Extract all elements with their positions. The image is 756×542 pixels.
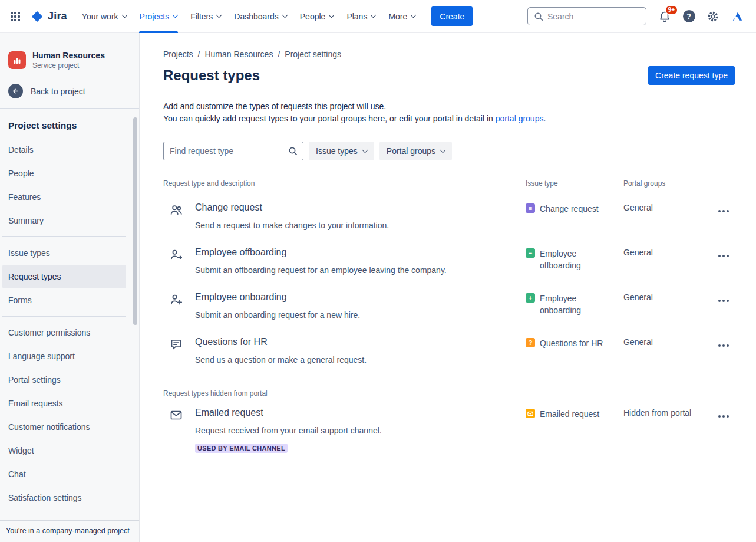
more-actions-button[interactable]	[715, 204, 732, 218]
offboarding-issue-icon: −	[526, 248, 535, 258]
request-type-name-link[interactable]: Employee offboarding	[195, 247, 447, 258]
breadcrumb-project-settings[interactable]: Project settings	[285, 50, 341, 59]
bar-chart-icon	[12, 55, 22, 65]
portal-group-cell: General	[623, 336, 705, 366]
sidebar-item-summary[interactable]: Summary	[2, 209, 126, 232]
portal-groups-filter-dropdown[interactable]: Portal groups	[379, 142, 452, 160]
issue-type-cell: ≡ Change request	[526, 202, 623, 231]
request-type-description: Submit an onboarding request for a new h…	[195, 309, 360, 321]
column-header-issue-type: Issue type	[526, 179, 623, 188]
nav-label: More	[388, 12, 407, 21]
breadcrumb: Projects / Human Resources / Project set…	[163, 50, 735, 59]
sidebar-item-chat[interactable]: Chat	[2, 462, 126, 486]
chevron-down-icon	[282, 12, 288, 18]
portal-group-cell: General	[623, 202, 705, 231]
sidebar-scrollbar[interactable]	[133, 117, 137, 325]
sidebar-item-issue-types[interactable]: Issue types	[2, 241, 126, 265]
more-actions-button[interactable]	[715, 339, 732, 353]
nav-label: Projects	[140, 12, 170, 21]
global-search-input[interactable]	[547, 12, 640, 21]
sidebar-item-people[interactable]: People	[2, 162, 126, 185]
back-to-project-button[interactable]: Back to project	[0, 84, 139, 98]
sidebar-item-forms[interactable]: Forms	[2, 288, 126, 312]
project-type: Service project	[32, 61, 105, 70]
table-row: Emailed request Request received from yo…	[163, 400, 735, 461]
portal-groups-link[interactable]: portal groups	[496, 114, 544, 123]
filter-bar: Issue types Portal groups	[163, 142, 735, 160]
sidebar-heading: Project settings	[0, 109, 139, 138]
request-type-cell: Emailed request Request received from yo…	[163, 407, 526, 453]
request-type-name-link[interactable]: Employee onboarding	[195, 291, 360, 303]
nav-plans[interactable]: Plans	[340, 0, 382, 33]
settings-button[interactable]	[704, 7, 722, 26]
breadcrumb-projects[interactable]: Projects	[163, 50, 193, 59]
page-description: Add and customize the types of requests …	[163, 100, 735, 125]
request-type-cell: Change request Send a request to make ch…	[163, 202, 526, 231]
nav-your-work[interactable]: Your work	[75, 0, 133, 33]
nav-dashboards[interactable]: Dashboards	[227, 0, 293, 33]
issue-types-filter-dropdown[interactable]: Issue types	[309, 142, 374, 160]
sidebar-item-satisfaction-settings[interactable]: Satisfaction settings	[2, 486, 126, 510]
ellipsis-icon	[718, 344, 729, 347]
jira-logo-icon	[31, 10, 44, 23]
breadcrumb-separator: /	[198, 50, 200, 59]
app-switcher-button[interactable]	[6, 7, 25, 26]
breadcrumb-human-resources[interactable]: Human Resources	[204, 50, 273, 59]
table-row: Employee onboarding Submit an onboarding…	[163, 284, 735, 329]
sidebar-item-details[interactable]: Details	[2, 138, 126, 162]
sidebar-item-email-requests[interactable]: Email requests	[2, 392, 126, 415]
chevron-down-icon	[362, 147, 368, 153]
ellipsis-icon	[718, 210, 729, 212]
jira-logo-text: Jira	[48, 10, 67, 22]
table-row: Employee offboarding Submit an offboardi…	[163, 239, 735, 284]
sidebar-group-types: Issue types Request types Forms	[0, 241, 139, 312]
sidebar-item-widget[interactable]: Widget	[2, 439, 126, 462]
sidebar-item-language-support[interactable]: Language support	[2, 344, 126, 368]
divider	[2, 236, 126, 237]
create-request-type-button[interactable]: Create request type	[648, 66, 735, 85]
nav-projects[interactable]: Projects	[133, 0, 184, 33]
more-actions-button[interactable]	[715, 249, 732, 263]
sidebar-item-customer-notifications[interactable]: Customer notifications	[2, 415, 126, 439]
gear-icon	[707, 10, 719, 23]
nav-people[interactable]: People	[293, 0, 341, 33]
project-name: Human Resources	[32, 51, 105, 60]
ellipsis-icon	[718, 415, 729, 418]
atlassian-icon	[732, 11, 743, 22]
atlassian-button[interactable]	[728, 7, 747, 26]
nav-more[interactable]: More	[382, 0, 422, 33]
column-header-portal-groups: Portal groups	[623, 179, 705, 188]
help-button[interactable]: ?	[679, 7, 698, 26]
question-bubble-icon	[169, 337, 183, 352]
request-type-description: Send us a question or make a general req…	[195, 354, 367, 366]
nav-label: Your work	[82, 12, 118, 21]
table-header: Request type and description Issue type …	[163, 179, 735, 195]
project-settings-sidebar: Human Resources Service project Back to …	[0, 33, 140, 542]
more-actions-button[interactable]	[715, 294, 732, 308]
sidebar-item-request-types[interactable]: Request types	[2, 265, 126, 288]
sidebar-item-customer-permissions[interactable]: Customer permissions	[2, 321, 126, 344]
request-type-cell: Questions for HR Send us a question or m…	[163, 336, 526, 366]
chevron-down-icon	[440, 147, 446, 153]
table-row: Change request Send a request to make ch…	[163, 195, 735, 239]
more-actions-button[interactable]	[715, 409, 732, 423]
jira-logo[interactable]: Jira	[31, 10, 67, 23]
nav-label: Plans	[346, 12, 367, 21]
request-type-name-link[interactable]: Change request	[195, 202, 389, 213]
sidebar-item-portal-settings[interactable]: Portal settings	[2, 368, 126, 392]
request-type-name-link[interactable]: Emailed request	[195, 407, 382, 419]
arrow-left-icon	[8, 84, 23, 98]
nav-label: Filters	[190, 12, 213, 21]
find-request-type-input[interactable]	[170, 146, 288, 156]
request-types-table: Request type and description Issue type …	[163, 179, 735, 461]
nav-filters[interactable]: Filters	[184, 0, 227, 33]
create-button[interactable]: Create	[431, 6, 473, 26]
sidebar-item-features[interactable]: Features	[2, 185, 126, 209]
request-type-name-link[interactable]: Questions for HR	[195, 336, 367, 348]
notifications-button[interactable]: 9+	[655, 7, 674, 26]
description-line-1: Add and customize the types of requests …	[163, 100, 735, 113]
question-issue-icon: ?	[526, 338, 535, 347]
request-type-cell: Employee offboarding Submit an offboardi…	[163, 247, 526, 276]
request-type-description: Request received from your email support…	[195, 425, 382, 436]
request-type-cell: Employee onboarding Submit an onboarding…	[163, 291, 526, 321]
